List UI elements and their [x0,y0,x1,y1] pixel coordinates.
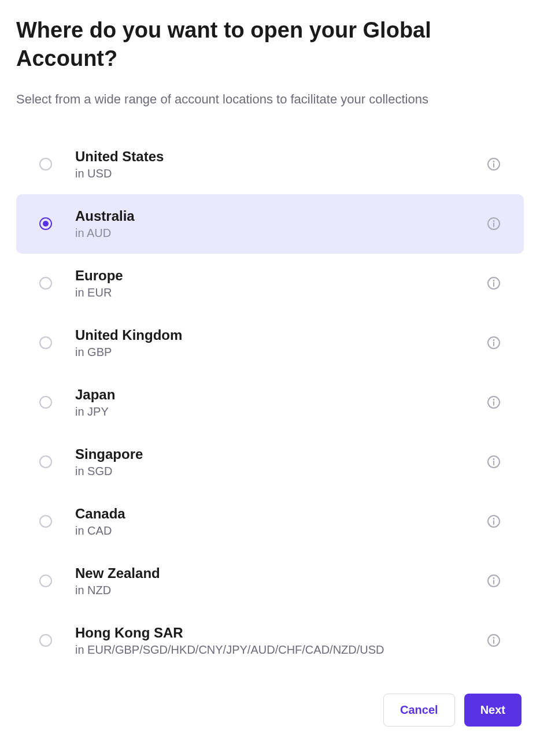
radio-button[interactable] [39,277,52,290]
option-currency: in NZD [75,584,464,597]
radio-button[interactable] [39,575,52,587]
info-icon[interactable] [487,217,501,231]
location-option[interactable]: Australiain AUD [16,194,524,254]
option-currency: in EUR [75,286,464,299]
option-currency: in EUR/GBP/SGD/HKD/CNY/JPY/AUD/CHF/CAD/N… [75,643,464,657]
location-option[interactable]: Japanin JPY [16,373,524,432]
info-icon[interactable] [487,157,501,171]
info-icon[interactable] [487,574,501,588]
option-currency: in GBP [75,346,464,359]
info-icon[interactable] [487,395,501,409]
radio-inner-dot [43,221,49,227]
option-currency: in CAD [75,524,464,538]
radio-button[interactable] [39,158,52,171]
option-name: Singapore [75,446,464,462]
info-icon[interactable] [487,633,501,647]
option-name: New Zealand [75,565,464,581]
svg-point-7 [493,280,495,281]
radio-button[interactable] [39,217,52,230]
option-body: Singaporein SGD [75,446,464,478]
radio-button[interactable] [39,515,52,528]
option-currency: in USD [75,167,464,180]
option-body: Australiain AUD [75,208,464,240]
svg-point-4 [493,220,495,222]
location-option[interactable]: Hong Kong SARin EUR/GBP/SGD/HKD/CNY/JPY/… [16,611,524,670]
option-name: Hong Kong SAR [75,625,464,641]
option-currency: in JPY [75,405,464,418]
option-currency: in SGD [75,465,464,478]
location-option[interactable]: Singaporein SGD [16,432,524,492]
info-icon[interactable] [487,455,501,469]
option-name: Canada [75,506,464,522]
svg-point-19 [493,518,495,520]
svg-point-1 [493,161,495,162]
option-body: Japanin JPY [75,387,464,418]
location-option[interactable]: Canadain CAD [16,492,524,551]
svg-point-10 [493,339,495,341]
radio-button[interactable] [39,396,52,409]
location-option[interactable]: New Zealandin NZD [16,551,524,611]
option-currency: in AUD [75,227,464,240]
page-title: Where do you want to open your Global Ac… [16,16,524,73]
option-name: United Kingdom [75,327,464,343]
option-body: Canadain CAD [75,506,464,538]
svg-point-22 [493,577,495,579]
page-subtitle: Select from a wide range of account loca… [16,92,524,107]
option-body: United Statesin USD [75,149,464,180]
option-body: United Kingdomin GBP [75,327,464,359]
option-body: New Zealandin NZD [75,565,464,597]
option-name: Europe [75,268,464,284]
account-location-list: United Statesin USDAustraliain AUDEurope… [16,135,524,670]
action-footer: Cancel Next [16,694,524,727]
option-name: Japan [75,387,464,403]
radio-button[interactable] [39,336,52,349]
info-icon[interactable] [487,514,501,528]
cancel-button[interactable]: Cancel [383,694,455,727]
info-icon[interactable] [487,336,501,350]
location-option[interactable]: Europein EUR [16,254,524,313]
svg-point-13 [493,399,495,401]
option-body: Europein EUR [75,268,464,299]
option-body: Hong Kong SARin EUR/GBP/SGD/HKD/CNY/JPY/… [75,625,464,657]
option-name: Australia [75,208,464,224]
info-icon[interactable] [487,276,501,290]
svg-point-16 [493,458,495,460]
svg-point-25 [493,637,495,639]
next-button[interactable]: Next [464,694,521,727]
option-name: United States [75,149,464,165]
location-option[interactable]: United Kingdomin GBP [16,313,524,373]
radio-button[interactable] [39,634,52,647]
radio-button[interactable] [39,455,52,468]
location-option[interactable]: United Statesin USD [16,135,524,194]
